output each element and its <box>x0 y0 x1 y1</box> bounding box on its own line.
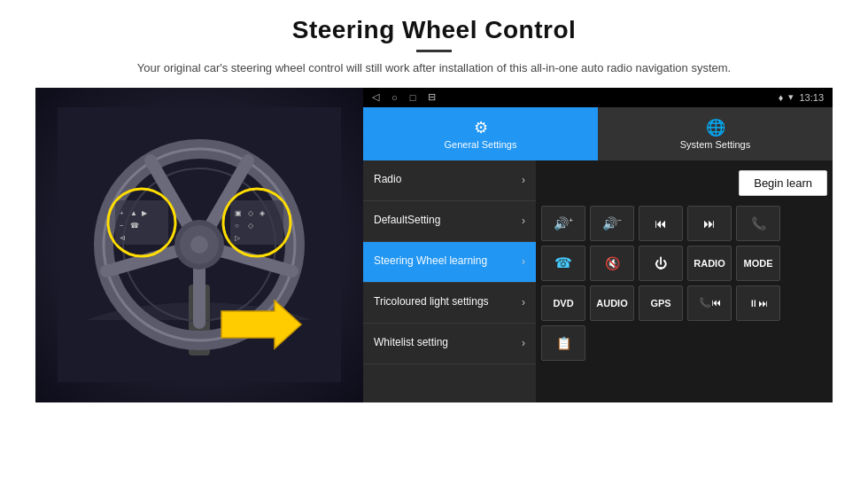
skip-next-icon: ⏸⏭ <box>748 298 768 309</box>
phone-answer-icon: 📞 <box>751 216 766 230</box>
radio-label: RADIO <box>694 258 725 269</box>
svg-text:▲: ▲ <box>130 209 137 217</box>
menu-item-steering[interactable]: Steering Wheel learning › <box>363 242 536 283</box>
power-button[interactable]: ⏻ <box>639 246 683 281</box>
page-container: Steering Wheel Control Your original car… <box>0 0 868 500</box>
controls-area: Begin learn 🔊+ 🔊− ⏮ <box>536 160 833 402</box>
menu-steering-label: Steering Wheel learning <box>374 254 487 269</box>
system-settings-icon: 🌐 <box>706 118 725 137</box>
chevron-icon-default: › <box>522 215 525 227</box>
page-subtitle: Your original car's steering wheel contr… <box>124 59 744 77</box>
menu-item-default[interactable]: DefaultSetting › <box>363 201 536 242</box>
svg-text:⊲: ⊲ <box>120 234 126 242</box>
playlist-button[interactable]: 📋 <box>541 325 585 361</box>
phone-hangup-icon: ☎ <box>554 254 572 271</box>
android-panel: ◁ ○ □ ⊟ ♦ ▾ 13:13 ⚙ General Settings <box>363 88 833 402</box>
menu-whitelist-label: Whitelist setting <box>374 336 448 350</box>
menu-radio-label: Radio <box>374 173 401 187</box>
controls-row-3: DVD AUDIO GPS 📞⏮ ⏸⏭ <box>541 285 827 321</box>
chevron-icon-tricoloured: › <box>522 296 525 309</box>
car-image-panel: + ▲ ▶ − ☎ ⊲ ▣ ◇ ◈ ○ ◇ ▷ <box>35 88 363 402</box>
steering-wheel-bg: + ▲ ▶ − ☎ ⊲ ▣ ◇ ◈ ○ ◇ ▷ <box>35 88 363 402</box>
gps-button[interactable]: GPS <box>639 285 683 321</box>
tab-system-settings[interactable]: 🌐 System Settings <box>598 107 833 160</box>
back-icon[interactable]: ◁ <box>372 91 379 103</box>
next-track-button[interactable]: ⏭ <box>687 206 732 241</box>
chevron-icon-whitelist: › <box>522 337 525 349</box>
radio-button[interactable]: RADIO <box>687 246 732 281</box>
steering-wheel-svg: + ▲ ▶ − ☎ ⊲ ▣ ◇ ◈ ○ ◇ ▷ <box>58 107 341 382</box>
menu-icon[interactable]: ⊟ <box>428 91 436 103</box>
svg-text:◇: ◇ <box>248 209 254 217</box>
audio-button[interactable]: AUDIO <box>590 285 634 321</box>
recents-icon[interactable]: □ <box>410 92 416 103</box>
dvd-label: DVD <box>553 298 573 309</box>
svg-text:○: ○ <box>235 222 239 230</box>
svg-text:−: − <box>120 222 124 230</box>
status-right: ♦ ▾ 13:13 <box>779 91 824 103</box>
controls-row-4: 📋 <box>541 325 827 361</box>
title-divider <box>416 50 452 52</box>
menu-item-whitelist[interactable]: Whitelist setting › <box>363 324 536 364</box>
vol-down-button[interactable]: 🔊− <box>590 206 634 241</box>
general-settings-icon: ⚙ <box>474 118 488 137</box>
svg-text:▣: ▣ <box>235 209 242 217</box>
controls-row-2: ☎ 🔇 ⏻ RADIO MODE <box>541 246 827 281</box>
prev-track-button[interactable]: ⏮ <box>639 206 683 241</box>
svg-text:◈: ◈ <box>260 209 266 217</box>
begin-learn-button[interactable]: Begin learn <box>739 170 827 196</box>
prev-track-icon: ⏮ <box>655 216 667 230</box>
mute-icon: 🔇 <box>605 256 620 270</box>
playlist-icon: 📋 <box>556 336 571 350</box>
content-row: + ▲ ▶ − ☎ ⊲ ▣ ◇ ◈ ○ ◇ ▷ <box>35 88 833 402</box>
title-section: Steering Wheel Control Your original car… <box>35 16 833 88</box>
menu-item-radio[interactable]: Radio › <box>363 160 536 201</box>
clock: 13:13 <box>799 92 824 103</box>
page-title: Steering Wheel Control <box>35 16 833 44</box>
signal-icon: ♦ <box>779 92 784 103</box>
controls-row-0: Begin learn <box>541 166 827 201</box>
phone-hangup-button[interactable]: ☎ <box>541 246 585 281</box>
phone-prev-icon: 📞⏮ <box>699 297 721 309</box>
wifi-icon: ▾ <box>788 91 794 103</box>
tab-general-settings[interactable]: ⚙ General Settings <box>363 107 598 160</box>
status-bar: ◁ ○ □ ⊟ ♦ ▾ 13:13 <box>363 88 833 107</box>
svg-text:▶: ▶ <box>142 209 148 217</box>
next-track-icon: ⏭ <box>703 216 716 230</box>
vol-up-icon: 🔊+ <box>554 216 573 230</box>
chevron-icon-steering: › <box>522 255 525 268</box>
gps-label: GPS <box>650 298 670 309</box>
phone-answer-button[interactable]: 📞 <box>736 206 780 241</box>
skip-next-button[interactable]: ⏸⏭ <box>736 285 780 321</box>
menu-default-label: DefaultSetting <box>374 214 440 228</box>
tab-bar: ⚙ General Settings 🌐 System Settings <box>363 107 833 160</box>
status-nav: ◁ ○ □ ⊟ <box>372 91 436 103</box>
controls-row-1: 🔊+ 🔊− ⏮ ⏭ 📞 <box>541 206 827 241</box>
tab-system-label: System Settings <box>680 139 750 150</box>
dvd-button[interactable]: DVD <box>541 285 585 321</box>
svg-text:+: + <box>120 209 124 217</box>
menu-list: Radio › DefaultSetting › Steering Wheel … <box>363 160 536 402</box>
mute-button[interactable]: 🔇 <box>590 246 634 281</box>
mode-label: MODE <box>744 258 773 269</box>
audio-label: AUDIO <box>596 298 627 309</box>
phone-prev-button[interactable]: 📞⏮ <box>687 285 732 321</box>
home-icon[interactable]: ○ <box>391 92 398 103</box>
tab-general-label: General Settings <box>445 139 517 150</box>
empty-spacer-0 <box>541 166 734 201</box>
svg-text:▷: ▷ <box>235 234 241 242</box>
chevron-icon-radio: › <box>522 174 525 186</box>
vol-up-button[interactable]: 🔊+ <box>541 206 585 241</box>
svg-text:☎: ☎ <box>130 222 139 230</box>
svg-point-14 <box>190 236 208 254</box>
mode-button[interactable]: MODE <box>736 246 780 281</box>
menu-item-tricoloured[interactable]: Tricoloured light settings › <box>363 283 536 324</box>
menu-tricoloured-label: Tricoloured light settings <box>374 295 489 309</box>
vol-down-icon: 🔊− <box>602 216 622 230</box>
svg-text:◇: ◇ <box>248 222 254 230</box>
power-icon: ⏻ <box>655 256 667 270</box>
main-content: Radio › DefaultSetting › Steering Wheel … <box>363 160 833 402</box>
